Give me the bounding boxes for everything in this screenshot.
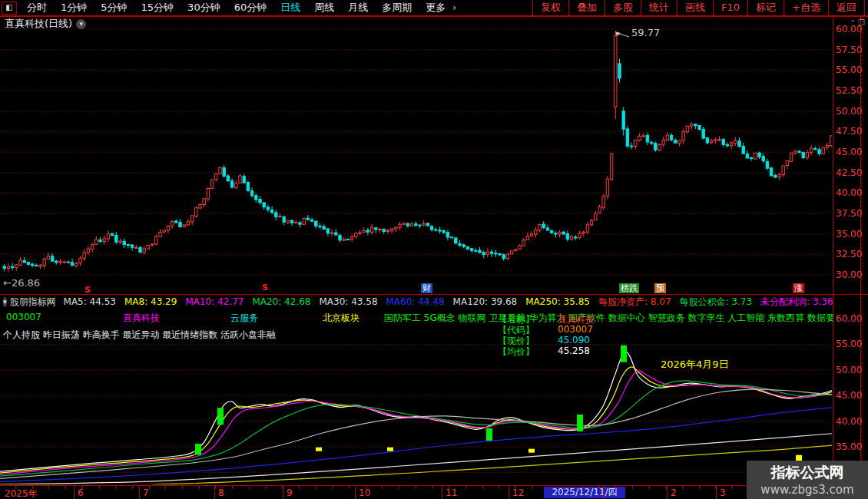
action-button-bar: 复权叠加多股统计画线F10标记+自选返回 — [532, 0, 865, 15]
month-boundary-tick — [667, 486, 668, 499]
panel-y-axis-label: 35.00 — [836, 441, 866, 452]
period-tab-5分钟[interactable]: 5分钟 — [94, 0, 134, 15]
month-boundary-tick — [74, 486, 75, 499]
quote-label-3: 【均价】 — [498, 345, 535, 359]
quote-value-3: 45.258 — [558, 345, 590, 356]
axis-border — [833, 17, 833, 485]
week-tick — [249, 486, 250, 489]
month-boundary-tick — [603, 486, 604, 499]
period-tab-60分钟[interactable]: 60分钟 — [227, 0, 274, 15]
low-price-label: ←26.86 — [3, 277, 40, 289]
x-axis-month-label: 8 — [218, 487, 224, 498]
week-tick — [649, 486, 650, 489]
ma-readout-6: MA120: 39.68 — [453, 296, 518, 307]
week-tick — [732, 486, 733, 489]
toolbar-button-+自选[interactable]: +自选 — [784, 0, 828, 15]
watermark-box: 指标公式网 www.zbgs3.com — [747, 461, 868, 499]
stock-industry[interactable]: 云服务 — [230, 312, 258, 325]
ma-readout-9: 每股公积金: 3.73 — [680, 296, 753, 308]
main-y-axis-label: 42.50 — [836, 167, 866, 178]
toolbar-button-返回[interactable]: 返回 — [828, 0, 865, 15]
date-annotation: 2026年4月9日 — [661, 358, 729, 372]
week-tick — [115, 486, 116, 489]
toolbar-button-画线[interactable]: 画线 — [677, 0, 713, 15]
panel-y-axis-label: 50.00 — [836, 365, 866, 375]
candlestick-series — [3, 31, 833, 271]
layout-toggle-icon[interactable]: ◧ — [2, 2, 17, 15]
period-tab-15分钟[interactable]: 15分钟 — [134, 0, 181, 15]
chevron-down-icon[interactable]: ▾ — [76, 19, 86, 29]
event-badge-0[interactable]: 财 — [421, 283, 432, 293]
x-axis-month-label: 3 — [720, 487, 726, 498]
chevron-down-icon[interactable]: ▾ — [3, 297, 7, 307]
week-tick — [382, 486, 383, 489]
period-tab-周线[interactable]: 周线 — [307, 0, 341, 15]
event-badge-1[interactable]: 榜跌 — [619, 283, 639, 293]
month-boundary-tick — [442, 486, 442, 499]
main-y-axis-label: 55.00 — [836, 64, 866, 75]
week-tick — [349, 486, 350, 489]
stock-name[interactable]: 直真科技 — [123, 312, 160, 325]
week-tick — [399, 486, 399, 489]
top-toolbar: ◧ 分时1分钟5分钟15分钟30分钟60分钟日线周线月线多周期更多› 复权叠加多… — [0, 0, 868, 17]
toolbar-button-叠加[interactable]: 叠加 — [568, 0, 605, 15]
week-tick — [582, 486, 583, 489]
week-tick — [565, 486, 566, 489]
panel-y-axis-label: 40.00 — [836, 416, 866, 427]
sell-signal-marker-0: S — [84, 285, 91, 295]
week-tick — [149, 486, 150, 489]
quote-value-1: 003007 — [558, 324, 593, 335]
month-boundary-tick — [355, 486, 356, 499]
week-tick — [682, 486, 683, 489]
main-y-axis-label: 30.00 — [836, 269, 866, 280]
period-tab-更多[interactable]: 更多 — [419, 0, 452, 15]
stock-tags[interactable]: 个人持股 昨日振荡 昨高换手 最近异动 最近情绪指数 活跃小盘非融 — [3, 329, 276, 342]
main-y-axis-label: 57.50 — [836, 45, 866, 55]
toolbar-button-F10[interactable]: F10 — [713, 0, 747, 15]
week-tick — [182, 486, 183, 489]
stock-region[interactable]: 北京板块 — [323, 312, 359, 325]
app-window: ◧ 分时1分钟5分钟15分钟30分钟60分钟日线周线月线多周期更多› 复权叠加多… — [0, 0, 868, 499]
main-y-axis-label: 47.50 — [836, 126, 866, 137]
period-tab-月线[interactable]: 月线 — [341, 0, 375, 15]
watermark-title: 指标公式网 — [747, 463, 868, 483]
period-tab-bar: ◧ 分时1分钟5分钟15分钟30分钟60分钟日线周线月线多周期更多› — [0, 0, 461, 15]
indicator-line-slow-green — [0, 381, 833, 476]
toolbar-button-多股[interactable]: 多股 — [605, 0, 641, 15]
panel-y-axis-label: 45.00 — [836, 390, 866, 401]
chart-header: 直真科技(日线) ▾ — [5, 18, 86, 30]
x-axis-month-label: 6 — [78, 487, 84, 498]
toolbar-button-复权[interactable]: 复权 — [532, 0, 568, 15]
toolbar-button-标记[interactable]: 标记 — [747, 0, 784, 15]
week-tick — [599, 486, 600, 489]
collapse-pane-icon[interactable]: ⌃ — [850, 18, 856, 27]
stock-concepts[interactable]: 国防军工 5G概念 物联网 卫星导航 华为算力 国产软件 数据中心 智慧政务 数… — [384, 312, 833, 325]
week-tick — [232, 486, 233, 489]
event-badge-2[interactable]: 预 — [654, 283, 666, 293]
week-tick — [715, 486, 716, 489]
toolbar-button-统计[interactable]: 统计 — [641, 0, 677, 15]
week-tick — [615, 486, 616, 489]
x-axis-month-label: 2 — [671, 487, 677, 498]
ma-readout-5: MA60: 44.48 — [386, 296, 445, 307]
week-tick — [48, 486, 49, 489]
peak-price-label: 59.77 — [631, 27, 660, 38]
more-arrow-icon[interactable]: › — [452, 2, 461, 13]
chart-canvas — [0, 0, 868, 499]
week-tick — [99, 486, 100, 489]
period-tab-1分钟[interactable]: 1分钟 — [54, 0, 94, 15]
week-tick — [32, 486, 33, 489]
period-tab-分时[interactable]: 分时 — [20, 0, 54, 15]
event-badge-3[interactable]: 涨 — [793, 283, 804, 293]
x-axis-year-label: 2025年 — [5, 487, 38, 499]
stock-code[interactable]: 003007 — [6, 312, 41, 322]
x-axis-month-label: 11 — [446, 487, 457, 498]
ma-readout-10: 未分配利润: 3.36 — [760, 296, 833, 308]
period-tab-30分钟[interactable]: 30分钟 — [181, 0, 227, 15]
week-tick — [316, 486, 316, 489]
week-tick — [199, 486, 200, 489]
period-tab-多周期[interactable]: 多周期 — [375, 0, 419, 15]
period-tab-日线[interactable]: 日线 — [273, 0, 307, 15]
pane-window-icon[interactable]: ❐ — [858, 18, 865, 27]
week-tick — [416, 486, 416, 489]
